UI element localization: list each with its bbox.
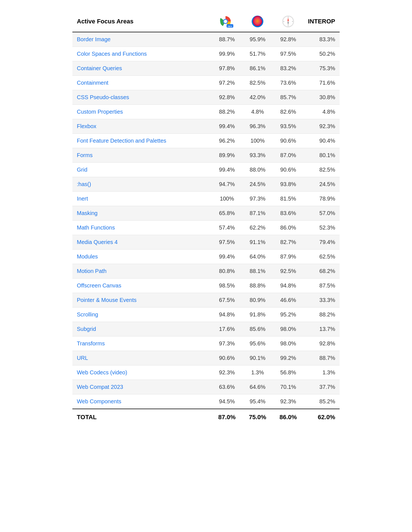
- row-safari: 98.0%: [273, 322, 303, 336]
- table-row: Web Components94.5%95.4%92.3%85.2%: [72, 394, 340, 409]
- row-safari: 81.5%: [273, 192, 303, 206]
- row-interop: 50.2%: [303, 47, 340, 61]
- row-chrome: 92.3%: [212, 365, 242, 380]
- row-name[interactable]: Forms: [72, 148, 212, 163]
- svg-point-3: [224, 20, 227, 23]
- row-chrome: 67.5%: [212, 293, 242, 308]
- row-name[interactable]: CSS Pseudo-classes: [72, 90, 212, 105]
- row-chrome: 94.7%: [212, 177, 242, 192]
- row-safari: 73.6%: [273, 76, 303, 90]
- row-interop: 37.7%: [303, 380, 340, 394]
- row-interop: 82.5%: [303, 163, 340, 177]
- row-chrome: 97.3%: [212, 336, 242, 351]
- row-interop: 92.8%: [303, 336, 340, 351]
- row-safari: 97.5%: [273, 47, 303, 61]
- row-firefox: 87.1%: [242, 206, 273, 221]
- row-chrome: 94.8%: [212, 308, 242, 322]
- row-safari: 95.2%: [273, 308, 303, 322]
- row-firefox: 64.0%: [242, 250, 273, 264]
- row-safari: 82.7%: [273, 235, 303, 250]
- row-firefox: 80.9%: [242, 293, 273, 308]
- row-firefox: 88.8%: [242, 279, 273, 293]
- row-chrome: 89.9%: [212, 148, 242, 163]
- row-name[interactable]: Web Codecs (video): [72, 365, 212, 380]
- row-name[interactable]: Transforms: [72, 336, 212, 351]
- row-chrome: 17.6%: [212, 322, 242, 336]
- row-name[interactable]: Container Queries: [72, 61, 212, 76]
- table-row: Flexbox99.4%96.3%93.5%92.3%: [72, 119, 340, 134]
- row-firefox: 97.3%: [242, 192, 273, 206]
- row-name[interactable]: Subgrid: [72, 322, 212, 336]
- row-name[interactable]: Inert: [72, 192, 212, 206]
- row-safari: 93.8%: [273, 177, 303, 192]
- row-safari: 94.8%: [273, 279, 303, 293]
- row-interop: 52.3%: [303, 221, 340, 235]
- row-name[interactable]: Web Compat 2023: [72, 380, 212, 394]
- row-name[interactable]: Web Components: [72, 394, 212, 409]
- chrome-dev-icon-group: DEV: [216, 15, 238, 28]
- row-chrome: 99.4%: [212, 163, 242, 177]
- row-firefox: 100%: [242, 134, 273, 148]
- chrome-dev-icon: DEV: [219, 15, 234, 28]
- column-header-interop: INTEROP: [303, 11, 340, 32]
- column-header-safari: [273, 11, 303, 32]
- row-name[interactable]: Scrolling: [72, 308, 212, 322]
- row-name[interactable]: Font Feature Detection and Palettes: [72, 134, 212, 148]
- row-safari: 87.9%: [273, 250, 303, 264]
- row-firefox: 1.3%: [242, 365, 273, 380]
- row-chrome: 80.8%: [212, 264, 242, 279]
- row-chrome: 98.5%: [212, 279, 242, 293]
- row-name[interactable]: Offscreen Canvas: [72, 279, 212, 293]
- row-firefox: 88.0%: [242, 163, 273, 177]
- row-interop: 13.7%: [303, 322, 340, 336]
- row-interop: 71.6%: [303, 76, 340, 90]
- row-interop: 88.2%: [303, 308, 340, 322]
- table-row: Pointer & Mouse Events67.5%80.9%46.6%33.…: [72, 293, 340, 308]
- row-name[interactable]: Masking: [72, 206, 212, 221]
- row-firefox: 95.4%: [242, 394, 273, 409]
- row-firefox: 51.7%: [242, 47, 273, 61]
- row-name[interactable]: Flexbox: [72, 119, 212, 134]
- row-safari: 46.6%: [273, 293, 303, 308]
- row-safari: 56.8%: [273, 365, 303, 380]
- row-name[interactable]: Motion Path: [72, 264, 212, 279]
- row-firefox: 24.5%: [242, 177, 273, 192]
- table-row: :has()94.7%24.5%93.8%24.5%: [72, 177, 340, 192]
- row-name[interactable]: Border Image: [72, 32, 212, 47]
- row-interop: 92.3%: [303, 119, 340, 134]
- row-chrome: 92.8%: [212, 90, 242, 105]
- row-interop: 87.5%: [303, 279, 340, 293]
- row-name[interactable]: Pointer & Mouse Events: [72, 293, 212, 308]
- row-name[interactable]: :has(): [72, 177, 212, 192]
- row-chrome: 99.9%: [212, 47, 242, 61]
- row-name[interactable]: Modules: [72, 250, 212, 264]
- table-row: Motion Path80.8%88.1%92.5%68.2%: [72, 264, 340, 279]
- row-name[interactable]: Custom Properties: [72, 105, 212, 119]
- row-name[interactable]: Grid: [72, 163, 212, 177]
- row-safari: 83.2%: [273, 61, 303, 76]
- row-interop: 4.8%: [303, 105, 340, 119]
- row-name[interactable]: Color Spaces and Functions: [72, 47, 212, 61]
- row-name[interactable]: URL: [72, 351, 212, 365]
- table-row: Transforms97.3%95.6%98.0%92.8%: [72, 336, 340, 351]
- row-safari: 87.0%: [273, 148, 303, 163]
- row-interop: 78.9%: [303, 192, 340, 206]
- row-interop: 1.3%: [303, 365, 340, 380]
- table-row: Modules99.4%64.0%87.9%62.5%: [72, 250, 340, 264]
- row-chrome: 88.7%: [212, 32, 242, 47]
- row-chrome: 94.5%: [212, 394, 242, 409]
- column-header-firefox: [242, 11, 273, 32]
- row-firefox: 91.1%: [242, 235, 273, 250]
- total-safari: 86.0%: [273, 409, 303, 425]
- total-chrome: 87.0%: [212, 409, 242, 425]
- table-row: Media Queries 497.5%91.1%82.7%79.4%: [72, 235, 340, 250]
- row-name[interactable]: Containment: [72, 76, 212, 90]
- table-row: Scrolling94.8%91.8%95.2%88.2%: [72, 308, 340, 322]
- row-name[interactable]: Media Queries 4: [72, 235, 212, 250]
- row-firefox: 85.6%: [242, 322, 273, 336]
- row-name[interactable]: Math Functions: [72, 221, 212, 235]
- row-firefox: 95.6%: [242, 336, 273, 351]
- table-row: Forms89.9%93.3%87.0%80.1%: [72, 148, 340, 163]
- table-row: Font Feature Detection and Palettes96.2%…: [72, 134, 340, 148]
- row-safari: 82.6%: [273, 105, 303, 119]
